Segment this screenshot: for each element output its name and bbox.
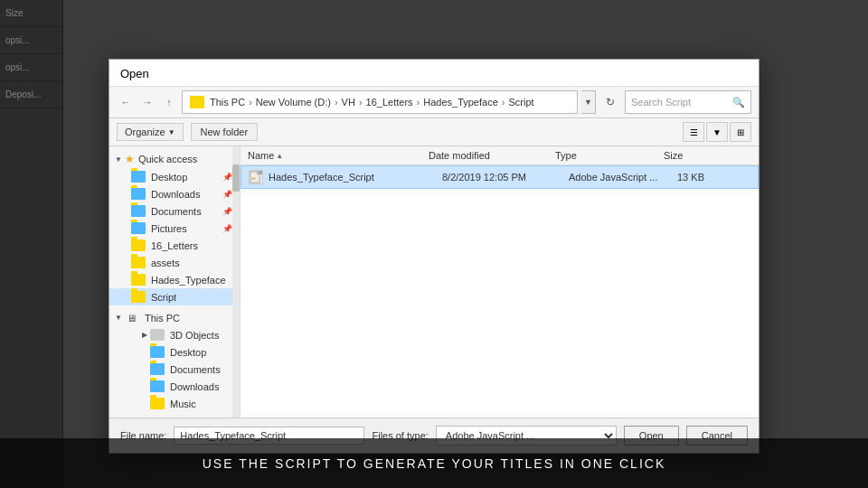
quick-access-expand-icon: ▼	[115, 155, 122, 164]
assets-folder-icon	[131, 257, 146, 268]
file-type: Adobe JavaScript ...	[569, 172, 677, 183]
3dobjects-expand-icon: ▶	[142, 331, 147, 339]
sidebar-item-pc-desktop[interactable]: ▶ Desktop	[109, 343, 240, 361]
sidebar-item-label: Documents	[151, 206, 202, 217]
breadcrumb-hades[interactable]: Hades_Typeface	[423, 97, 498, 108]
breadcrumb-16letters[interactable]: 16_Letters	[366, 97, 413, 108]
new-folder-button[interactable]: New folder	[191, 123, 259, 141]
svg-text:JS: JS	[251, 176, 256, 181]
dialog-titlebar: Open	[109, 60, 759, 87]
view-toggle: ☰ ▼ ⊞	[683, 122, 751, 142]
dialog-overlay: Open ← → ↑ This PC › New Volume (D:) › V…	[0, 0, 868, 488]
sidebar-item-label: assets	[151, 258, 180, 268]
search-placeholder: Search Script	[631, 97, 691, 108]
breadcrumb-drive[interactable]: New Volume (D:)	[256, 97, 331, 108]
sidebar-item-pc-downloads[interactable]: ▶ Downloads	[109, 378, 240, 395]
pin-icon: 📌	[222, 173, 232, 182]
organize-button[interactable]: Organize ▼	[117, 123, 184, 141]
sidebar-item-pc-documents[interactable]: ▶ Documents	[109, 361, 240, 378]
sidebar-item-label: 16_Letters	[151, 240, 198, 251]
col-header-type[interactable]: Type	[555, 150, 664, 161]
dialog-toolbar: Organize ▼ New folder ☰ ▼ ⊞	[109, 118, 759, 146]
sidebar-item-label: Script	[151, 292, 176, 303]
view-more-button[interactable]: ⊞	[730, 122, 751, 142]
sidebar-item-label: Downloads	[170, 381, 219, 392]
sidebar-item-downloads[interactable]: Downloads 📌	[109, 185, 240, 202]
breadcrumb-vh[interactable]: VH	[342, 97, 355, 108]
pin-icon: 📌	[222, 190, 232, 199]
pc-documents-folder-icon	[150, 363, 165, 375]
sidebar-item-documents[interactable]: Documents 📌	[109, 202, 240, 220]
dialog-body: ▼ ★ Quick access Desktop 📌 Downloads 📌	[109, 146, 759, 418]
dialog-sidebar: ▼ ★ Quick access Desktop 📌 Downloads 📌	[109, 146, 241, 418]
sidebar-thispc-header[interactable]: ▼ 🖥 This PC	[109, 309, 240, 326]
pc-desktop-folder-icon	[150, 346, 165, 358]
file-list: JS Hades_Typeface_Script 8/2/2019 12:05 …	[241, 165, 759, 411]
dialog-main: Name ▲ Date modified Type Size	[241, 146, 759, 418]
breadcrumb-dropdown[interactable]: ▼	[581, 90, 596, 114]
sidebar-item-hades-typeface[interactable]: Hades_Typeface	[109, 271, 240, 288]
sidebar-item-desktop[interactable]: Desktop 📌	[109, 168, 240, 185]
sidebar-item-label: Desktop	[170, 347, 206, 358]
breadcrumb-script[interactable]: Script	[508, 97, 533, 108]
sidebar-scrollbar-thumb[interactable]	[232, 164, 240, 192]
back-button[interactable]: ←	[117, 93, 135, 111]
sidebar-item-label: Hades_Typeface	[151, 275, 226, 286]
hades-folder-icon	[131, 274, 146, 286]
file-name: Hades_Typeface_Script	[269, 172, 442, 183]
col-header-name[interactable]: Name ▲	[248, 150, 429, 161]
pc-downloads-folder-icon	[150, 380, 165, 392]
organize-chevron-icon: ▼	[168, 128, 175, 136]
sidebar-item-script[interactable]: Script	[109, 288, 240, 305]
sidebar-item-label: Desktop	[151, 172, 187, 183]
thispc-label: This PC	[145, 313, 180, 324]
sidebar-item-pictures[interactable]: Pictures 📌	[109, 220, 240, 237]
address-bar: ← → ↑ This PC › New Volume (D:) › VH › 1…	[109, 87, 759, 118]
sidebar-quick-access-section: ▼ ★ Quick access Desktop 📌 Downloads 📌	[109, 150, 240, 305]
sidebar-item-3dobjects[interactable]: ▶ 3D Objects	[109, 326, 240, 343]
table-row[interactable]: JS Hades_Typeface_Script 8/2/2019 12:05 …	[241, 165, 759, 189]
name-sort-icon: ▲	[276, 152, 283, 160]
breadcrumb-thispc[interactable]: This PC	[210, 97, 245, 108]
dialog-title: Open	[120, 67, 149, 80]
sidebar-item-assets[interactable]: assets	[109, 254, 240, 271]
sidebar-scrollbar[interactable]	[232, 146, 240, 418]
script-folder-icon	[131, 291, 146, 303]
file-list-header: Name ▲ Date modified Type Size	[241, 146, 759, 165]
sidebar-item-16letters[interactable]: 16_Letters	[109, 237, 240, 254]
sidebar-item-label: 3D Objects	[170, 330, 219, 341]
pc-music-folder-icon	[150, 398, 165, 409]
forward-button[interactable]: →	[138, 93, 156, 111]
thispc-icon: 🖥	[125, 312, 139, 324]
file-date: 8/2/2019 12:05 PM	[442, 172, 569, 183]
breadcrumb-folder-icon	[190, 96, 204, 108]
view-details-button[interactable]: ▼	[706, 122, 728, 142]
file-size: 13 KB	[677, 172, 750, 183]
col-header-size[interactable]: Size	[664, 150, 751, 161]
up-button[interactable]: ↑	[160, 93, 178, 111]
view-list-button[interactable]: ☰	[683, 122, 704, 142]
pin-icon: 📌	[222, 224, 232, 233]
3d-folder-icon	[150, 329, 165, 341]
file-icon: JS	[249, 170, 263, 184]
thispc-expand-icon: ▼	[115, 314, 122, 322]
sidebar-thispc-section: ▼ 🖥 This PC ▶ 3D Objects ▶ Desktop	[109, 309, 240, 412]
documents-folder-icon	[131, 205, 146, 217]
refresh-button[interactable]: ↻	[599, 91, 621, 113]
breadcrumb-path[interactable]: This PC › New Volume (D:) › VH › 16_Lett…	[182, 90, 578, 114]
desktop-folder-icon	[131, 171, 146, 183]
downloads-folder-icon	[131, 188, 146, 200]
sidebar-item-label: Downloads	[151, 189, 200, 200]
sidebar-item-label: Music	[170, 399, 196, 409]
pin-icon: 📌	[222, 207, 232, 216]
sidebar-quick-access-header[interactable]: ▼ ★ Quick access	[109, 150, 240, 168]
quick-access-star-icon: ★	[125, 153, 135, 165]
16letters-folder-icon	[131, 239, 146, 251]
quick-access-label: Quick access	[138, 154, 197, 164]
search-box[interactable]: Search Script 🔍	[625, 90, 751, 114]
sidebar-item-pc-music[interactable]: ▶ Music	[109, 395, 240, 412]
open-dialog: Open ← → ↑ This PC › New Volume (D:) › V…	[108, 59, 760, 454]
js-file-icon: JS	[250, 171, 262, 183]
sidebar-item-label: Pictures	[151, 223, 187, 234]
col-header-date[interactable]: Date modified	[429, 150, 555, 161]
